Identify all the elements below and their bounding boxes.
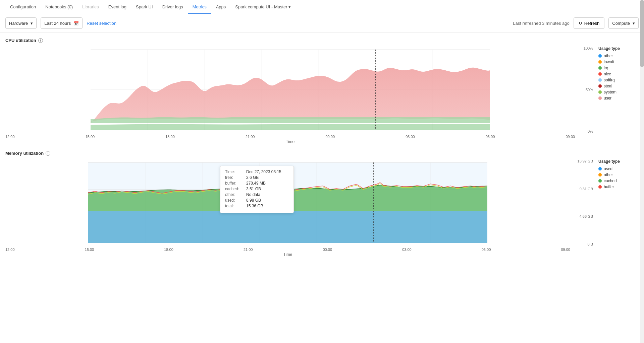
legend-item-other-mem: other: [598, 173, 639, 177]
legend-dot-cached: [598, 179, 602, 183]
time-range-select[interactable]: Last 24 hours 📅: [41, 17, 83, 29]
refresh-icon: ↻: [579, 21, 582, 26]
memory-legend-title: Usage type: [598, 159, 639, 164]
memory-x-labels: 12:00 15:00 18:00 21:00 00:00 03:00 06:0…: [5, 246, 570, 252]
cpu-chart-section: CPU utilization i: [5, 38, 639, 144]
legend-item-other: other: [598, 54, 639, 58]
nav-spark-ui[interactable]: Spark UI: [131, 0, 158, 14]
chevron-down-icon-2: ▾: [633, 21, 635, 26]
legend-item-cached: cached: [598, 179, 639, 183]
cpu-chart-container: 12:00 15:00 18:00 21:00 00:00 03:00 06:0…: [5, 46, 639, 144]
legend-item-iowait: iowait: [598, 60, 639, 64]
legend-dot-irq: [598, 66, 602, 70]
cpu-chart-title: CPU utilization i: [5, 38, 639, 43]
memory-legend: Usage type used other cached buffer: [598, 159, 639, 189]
legend-dot-system: [598, 90, 602, 94]
last-refreshed-text: Last refreshed 3 minutes ago: [513, 21, 569, 26]
svg-rect-21: [88, 211, 487, 243]
nav-libraries[interactable]: Libraries: [77, 0, 104, 14]
nav-event-log[interactable]: Event log: [104, 0, 131, 14]
time-range-label: Last 24 hours: [44, 21, 71, 26]
cpu-chart-area: 12:00 15:00 18:00 21:00 00:00 03:00 06:0…: [5, 46, 575, 144]
compute-select[interactable]: Compute ▾: [608, 17, 639, 29]
legend-item-system: system: [598, 90, 639, 94]
cpu-x-title: Time: [5, 139, 575, 144]
memory-chart-title: Memory utilization i: [5, 151, 639, 156]
top-navigation: Configuration Notebooks (0) Libraries Ev…: [0, 0, 644, 14]
refresh-button[interactable]: ↻ Refresh: [574, 17, 605, 29]
memory-x-title: Time: [5, 252, 570, 257]
memory-chart-area: 12:00 15:00 18:00 21:00 00:00 03:00 06:0…: [5, 159, 570, 257]
legend-item-nice: nice: [598, 72, 639, 76]
memory-chart-svg: [5, 159, 570, 246]
legend-dot-nice: [598, 72, 602, 76]
legend-dot-iowait: [598, 60, 602, 64]
legend-item-buffer: buffer: [598, 185, 639, 189]
scrollbar-thumb[interactable]: [640, 0, 644, 67]
legend-dot-steal: [598, 84, 602, 88]
nav-spark-compute[interactable]: Spark compute UI - Master ▾: [230, 0, 296, 14]
memory-chart-container: 12:00 15:00 18:00 21:00 00:00 03:00 06:0…: [5, 159, 639, 257]
cpu-legend-title: Usage type: [598, 46, 639, 51]
toolbar-right: Last refreshed 3 minutes ago ↻ Refresh C…: [513, 17, 639, 29]
main-content: CPU utilization i: [0, 32, 644, 262]
scrollbar[interactable]: [640, 0, 644, 262]
hardware-select[interactable]: Hardware ▾: [5, 17, 37, 29]
cpu-y-labels: 100% 50% 0%: [580, 46, 593, 133]
chevron-down-icon: ▾: [31, 21, 33, 26]
legend-item-user: user: [598, 96, 639, 100]
hardware-label: Hardware: [9, 21, 28, 26]
legend-item-irq: irq: [598, 66, 639, 70]
legend-dot-user: [598, 96, 602, 100]
reset-selection-link[interactable]: Reset selection: [87, 21, 116, 26]
legend-item-used: used: [598, 166, 639, 171]
cpu-chart-svg: [5, 46, 575, 133]
nav-metrics[interactable]: Metrics: [188, 0, 211, 14]
nav-notebooks[interactable]: Notebooks (0): [41, 0, 77, 14]
memory-y-labels: 13.97 GB 9.31 GB 4.66 GB 0 B: [576, 159, 593, 246]
memory-chart-section: Memory utilization i: [5, 151, 639, 257]
legend-item-steal: steal: [598, 84, 639, 88]
legend-dot-softirq: [598, 78, 602, 82]
nav-apps[interactable]: Apps: [211, 0, 231, 14]
memory-info-icon[interactable]: i: [46, 151, 50, 156]
legend-dot-other: [598, 54, 602, 58]
refresh-label: Refresh: [584, 21, 600, 26]
toolbar: Hardware ▾ Last 24 hours 📅 Reset selecti…: [0, 14, 644, 32]
legend-dot-other-mem: [598, 173, 602, 177]
legend-dot-buffer: [598, 185, 602, 189]
nav-configuration[interactable]: Configuration: [5, 0, 41, 14]
calendar-icon: 📅: [73, 21, 79, 26]
compute-label: Compute: [612, 21, 630, 26]
cpu-legend: Usage type other iowait irq nice: [598, 46, 639, 100]
cpu-info-icon[interactable]: i: [38, 38, 43, 43]
legend-dot-used: [598, 167, 602, 170]
legend-item-softirq: softirq: [598, 78, 639, 82]
cpu-x-labels: 12:00 15:00 18:00 21:00 00:00 03:00 06:0…: [5, 133, 575, 139]
nav-driver-logs[interactable]: Driver logs: [158, 0, 188, 14]
